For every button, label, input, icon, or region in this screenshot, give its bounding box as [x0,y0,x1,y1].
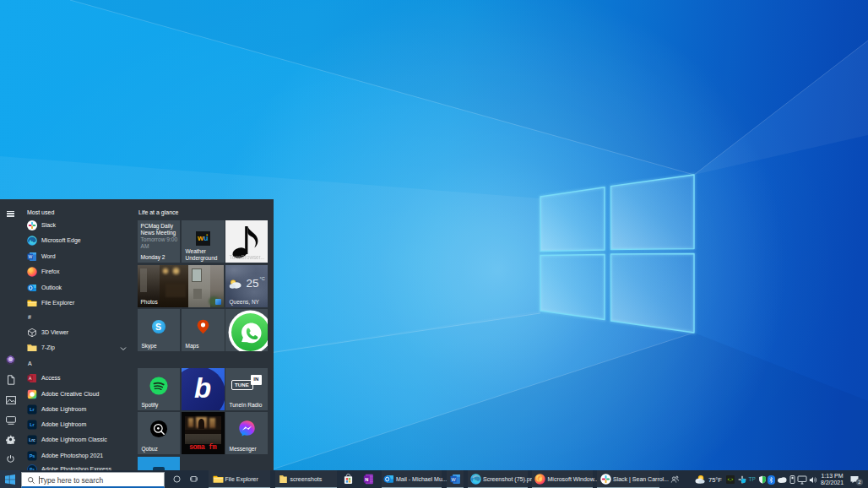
svg-text:Lrc: Lrc [29,438,35,442]
svg-text:Lr: Lr [30,423,35,428]
svg-text:N: N [365,477,368,482]
svg-text:Lr: Lr [30,407,35,412]
svg-text:Ps: Ps [30,453,35,458]
svg-text:W: W [28,254,32,259]
svg-text:W: W [451,477,456,482]
